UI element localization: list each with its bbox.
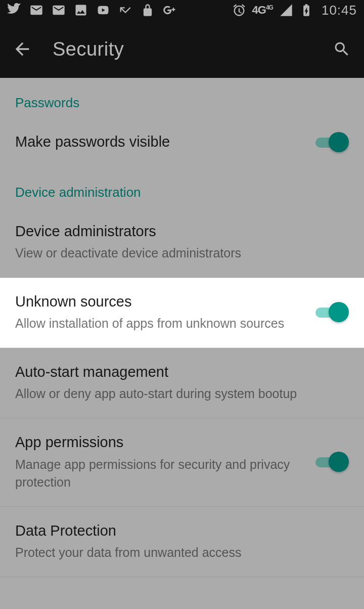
item-sub: Manage app permissions for security and … bbox=[15, 456, 303, 491]
battery-icon bbox=[299, 3, 313, 17]
item-title: Make passwords visible bbox=[15, 132, 303, 152]
photo-icon bbox=[74, 3, 88, 17]
item-sub: Allow installation of apps from unknown … bbox=[15, 315, 303, 332]
clock-time: 10:45 bbox=[322, 3, 357, 18]
section-device-admin: Device administration bbox=[0, 167, 364, 207]
item-data-protection[interactable]: Data Protection Protect your data from u… bbox=[0, 507, 364, 577]
item-sub: View or deactivate device administrators bbox=[15, 244, 337, 262]
app-bar: Security bbox=[0, 20, 364, 78]
item-title: Unknown sources bbox=[15, 292, 303, 312]
youtube-icon bbox=[96, 3, 110, 17]
section-passwords: Passwords bbox=[0, 78, 364, 118]
toggle-app-permissions[interactable] bbox=[315, 452, 349, 472]
toggle-unknown-sources[interactable] bbox=[315, 302, 349, 322]
item-sub: Allow or deny app auto-start during syst… bbox=[15, 385, 337, 403]
lock-icon bbox=[141, 3, 155, 17]
gmail2-icon bbox=[52, 3, 66, 17]
arrow-back-icon bbox=[12, 39, 32, 59]
signal-icon bbox=[279, 3, 293, 17]
search-button[interactable] bbox=[332, 39, 352, 59]
twitter-icon bbox=[7, 3, 21, 17]
item-unknown-sources[interactable]: Unknown sources Allow installation of ap… bbox=[0, 278, 364, 348]
settings-list: Passwords Make passwords visible Device … bbox=[0, 78, 364, 577]
network-label: 4G4G bbox=[252, 4, 273, 17]
item-make-passwords-visible[interactable]: Make passwords visible bbox=[0, 118, 364, 167]
item-autostart[interactable]: Auto-start management Allow or deny app … bbox=[0, 348, 364, 418]
item-title: Data Protection bbox=[15, 521, 337, 541]
back-button[interactable] bbox=[12, 39, 32, 59]
status-bar: 4G4G 10:45 bbox=[0, 0, 364, 20]
search-icon bbox=[333, 40, 351, 58]
item-device-administrators[interactable]: Device administrators View or deactivate… bbox=[0, 207, 364, 278]
item-title: App permissions bbox=[15, 432, 303, 452]
item-app-permissions[interactable]: App permissions Manage app permissions f… bbox=[0, 418, 364, 506]
item-title: Device administrators bbox=[15, 222, 337, 241]
gmail-icon bbox=[29, 3, 43, 17]
alarm-icon bbox=[232, 3, 246, 17]
page-title: Security bbox=[53, 38, 124, 60]
missed-call-icon bbox=[118, 3, 132, 17]
toggle-passwords-visible[interactable] bbox=[315, 132, 349, 152]
google-plus-icon bbox=[163, 3, 177, 17]
item-sub: Protect your data from unwanted access bbox=[15, 544, 337, 561]
item-title: Auto-start management bbox=[15, 362, 337, 382]
